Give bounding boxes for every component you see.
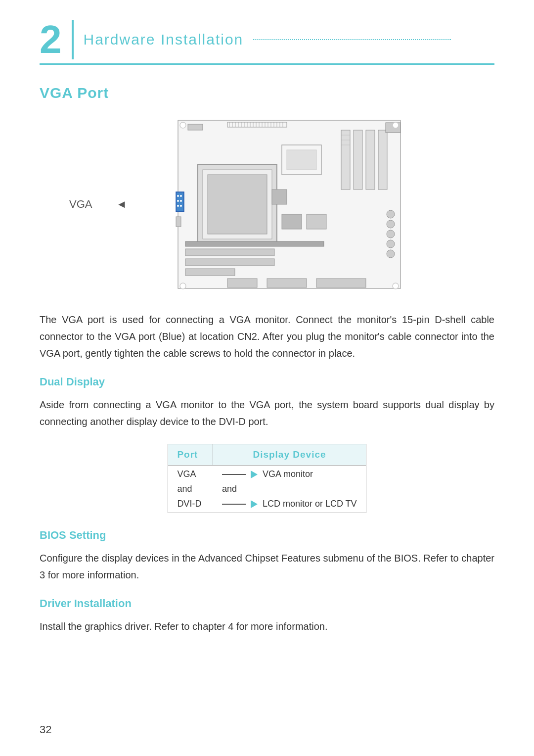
svg-point-43 [180, 195, 182, 197]
body-text-dual-display: Aside from connecting a VGA monitor to t… [40, 396, 494, 430]
table-header-port: Port [168, 444, 213, 466]
table-header-device: Display Device [213, 444, 366, 466]
table-line-dvid [222, 504, 246, 505]
svg-rect-61 [185, 241, 324, 246]
svg-rect-56 [272, 189, 287, 204]
chapter-title-text: Hardware Installation [84, 31, 244, 48]
body-text-driver: Install the graphics driver. Refer to ch… [40, 618, 494, 635]
svg-point-44 [177, 200, 179, 202]
arrow-icon: ◄ [116, 198, 127, 211]
dotted-line-decoration [253, 39, 451, 40]
subsection-title-dual-display: Dual Display [40, 376, 494, 388]
svg-rect-36 [307, 214, 326, 229]
svg-rect-25 [341, 130, 350, 189]
page: 2 Hardware Installation VGA Port VGA ◄ [0, 0, 534, 756]
body-text-vga: The VGA port is used for connecting a VG… [40, 311, 494, 362]
svg-point-54 [387, 240, 395, 248]
svg-rect-27 [366, 130, 375, 189]
svg-point-51 [387, 210, 395, 218]
table-cell-port-dvid: DVI-D [168, 495, 213, 513]
svg-rect-39 [267, 279, 307, 287]
table-cell-port-and: and [168, 483, 213, 495]
svg-point-52 [387, 220, 395, 228]
svg-point-53 [387, 230, 395, 238]
port-display-table: Port Display Device VGA VGA monitor [168, 444, 366, 513]
body-text-bios: Configure the display devices in the Adv… [40, 550, 494, 583]
port-table-wrap: Port Display Device VGA VGA monitor [40, 444, 494, 513]
table-row-dvid: DVI-D LCD monitor or LCD TV [168, 495, 366, 513]
svg-rect-32 [185, 249, 274, 256]
svg-point-47 [180, 205, 182, 207]
svg-point-55 [387, 250, 395, 258]
table-row-and: and and [168, 483, 366, 495]
svg-rect-50 [287, 150, 316, 170]
vga-label: VGA [69, 198, 92, 211]
chapter-header: 2 Hardware Installation [40, 20, 494, 65]
table-cell-device-vga: VGA monitor [213, 466, 366, 483]
table-cell-device-dvid: LCD monitor or LCD TV [213, 495, 366, 513]
table-cell-port-vga: VGA [168, 466, 213, 483]
svg-rect-24 [208, 175, 267, 234]
subsection-title-bios: BIOS Setting [40, 529, 494, 542]
svg-rect-35 [282, 214, 302, 229]
motherboard-diagram [129, 115, 405, 293]
svg-point-45 [180, 200, 182, 202]
table-row: VGA VGA monitor [168, 466, 366, 483]
svg-point-59 [180, 283, 186, 289]
svg-rect-48 [176, 217, 181, 227]
svg-point-60 [393, 283, 399, 289]
arrow-icon-vga [251, 471, 258, 478]
svg-point-58 [393, 122, 399, 128]
svg-rect-41 [176, 192, 184, 212]
subsection-title-driver: Driver Installation [40, 597, 494, 610]
svg-point-42 [177, 195, 179, 197]
section-title: VGA Port [40, 85, 494, 101]
svg-rect-38 [227, 279, 257, 287]
svg-rect-28 [378, 130, 387, 189]
page-number: 32 [40, 723, 51, 736]
svg-point-46 [177, 205, 179, 207]
svg-rect-1 [188, 124, 203, 130]
svg-point-57 [180, 122, 186, 128]
svg-rect-26 [354, 130, 362, 189]
chapter-number: 2 [40, 20, 74, 59]
svg-rect-40 [316, 279, 366, 287]
arrow-icon-dvid [251, 500, 258, 508]
chapter-title: Hardware Installation [84, 31, 451, 48]
table-line-vga [222, 474, 246, 475]
diagram-container: VGA ◄ [40, 115, 494, 293]
svg-rect-34 [185, 269, 235, 276]
table-cell-device-and: and [213, 483, 366, 495]
svg-rect-33 [185, 259, 274, 266]
